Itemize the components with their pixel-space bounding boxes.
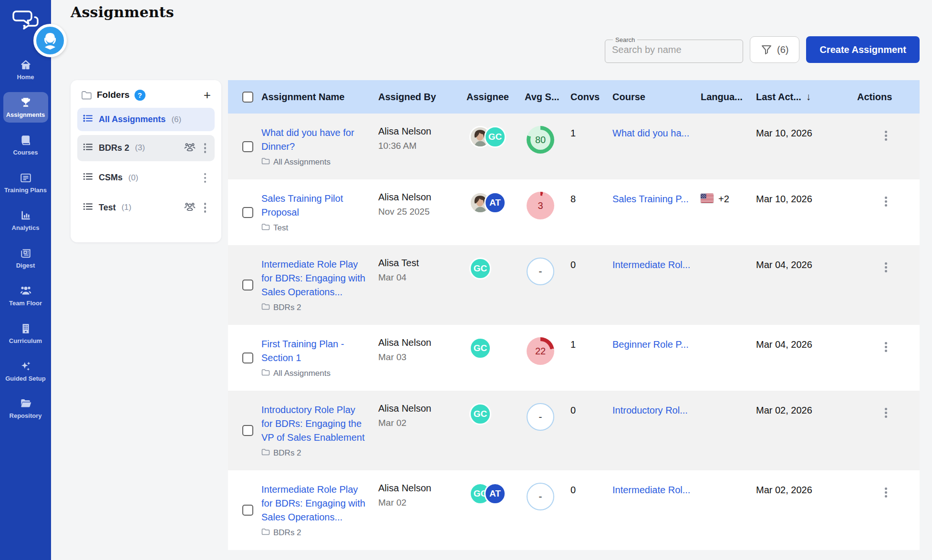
sort-desc-icon[interactable]: ↓ bbox=[806, 91, 811, 103]
assignment-name-link[interactable]: First Training Plan - Section 1 bbox=[261, 337, 365, 365]
building-icon bbox=[19, 322, 32, 335]
folder-item-csms[interactable]: CSMs(0) bbox=[77, 165, 215, 191]
avg-score-value: - bbox=[528, 259, 553, 284]
column-header-label: Assignment Name bbox=[261, 92, 345, 103]
table-body: What did you have for Dinner?All Assignm… bbox=[228, 114, 920, 550]
folder-item-test[interactable]: Test(1) bbox=[77, 195, 215, 221]
assistant-avatar-button[interactable] bbox=[33, 24, 67, 57]
column-header-actions[interactable]: Actions bbox=[857, 92, 920, 103]
assignee-initials-avatar[interactable]: GC bbox=[469, 258, 491, 280]
assignee-initials-avatar[interactable]: GC bbox=[469, 337, 491, 359]
assigned-date: Nov 25 2025 bbox=[378, 207, 462, 217]
assignment-name-link[interactable]: Intermediate Role Play for BDRs: Engagin… bbox=[261, 483, 365, 524]
folder-menu-kebab-icon[interactable] bbox=[201, 171, 209, 185]
open-folder-icon bbox=[19, 397, 32, 410]
actions-cell bbox=[857, 403, 920, 420]
app-logo-chat-bubbles-icon[interactable] bbox=[12, 9, 39, 31]
column-header-assigned-by[interactable]: Assigned By bbox=[378, 92, 466, 103]
sidebar-item-curriculum[interactable]: Curriculum bbox=[3, 318, 48, 349]
filter-button[interactable]: (6) bbox=[750, 36, 799, 63]
course-link[interactable]: Intermediate Rol... bbox=[612, 483, 690, 496]
row-actions-kebab-icon[interactable] bbox=[882, 129, 890, 143]
course-cell: Intermediate Rol... bbox=[612, 483, 701, 496]
course-cell: Intermediate Rol... bbox=[612, 258, 701, 270]
sidebar-item-analytics[interactable]: Analytics bbox=[3, 205, 48, 236]
folder-menu-kebab-icon[interactable] bbox=[201, 201, 209, 215]
avg-score-value: - bbox=[528, 404, 553, 430]
assignment-folder-label: BDRs 2 bbox=[273, 448, 301, 458]
assigned-by-name: Alisa Nelson bbox=[378, 192, 462, 203]
assignment-name-link[interactable]: Introductory Role Play for BDRs: Engagin… bbox=[261, 403, 365, 445]
last-activity-cell: Mar 04, 2026 bbox=[756, 258, 857, 270]
sidebar-item-repository[interactable]: Repository bbox=[3, 393, 48, 424]
sidebar-item-courses[interactable]: Courses bbox=[3, 130, 48, 160]
sidebar-item-team-floor[interactable]: Team Floor bbox=[3, 280, 48, 311]
folder-item-bdrs-2[interactable]: BDRs 2(3) bbox=[77, 135, 215, 161]
course-cell: Beginner Role P... bbox=[612, 337, 701, 350]
course-link[interactable]: Intermediate Rol... bbox=[612, 258, 690, 270]
row-actions-kebab-icon[interactable] bbox=[882, 260, 890, 274]
create-assignment-button[interactable]: Create Assignment bbox=[806, 36, 920, 63]
column-header-label: Convs bbox=[570, 92, 600, 103]
assignment-folder-label: BDRs 2 bbox=[273, 528, 301, 538]
column-header-convs[interactable]: Convs bbox=[570, 92, 612, 103]
row-checkbox[interactable] bbox=[242, 353, 253, 363]
row-actions-kebab-icon[interactable] bbox=[882, 195, 890, 208]
folder-menu-kebab-icon[interactable] bbox=[201, 141, 209, 155]
search-input[interactable] bbox=[612, 44, 736, 55]
assignee-initials-avatar[interactable]: GC bbox=[484, 126, 506, 148]
sidebar-item-home[interactable]: Home bbox=[3, 54, 48, 85]
assignment-name-link[interactable]: What did you have for Dinner? bbox=[261, 126, 365, 154]
row-actions-kebab-icon[interactable] bbox=[882, 486, 890, 499]
column-header-last-act-[interactable]: Last Act...↓ bbox=[756, 91, 857, 103]
course-link[interactable]: Sales Training P... bbox=[612, 192, 689, 205]
sidebar-item-label: Home bbox=[17, 74, 34, 81]
select-all-checkbox[interactable] bbox=[242, 92, 253, 103]
sidebar-item-assignments[interactable]: Assignments bbox=[3, 92, 48, 123]
sidebar-item-digest[interactable]: Digest bbox=[3, 243, 48, 273]
help-icon[interactable]: ? bbox=[135, 90, 145, 101]
course-link[interactable]: Introductory Rol... bbox=[612, 403, 688, 416]
column-header-label: Avg S... bbox=[525, 92, 559, 103]
assigned-by-name: Alisa Nelson bbox=[378, 337, 462, 348]
folder-item-all-assignments[interactable]: All Assignments(6) bbox=[77, 108, 215, 131]
assignee-initials-avatar[interactable]: AT bbox=[484, 192, 506, 214]
row-checkbox[interactable] bbox=[242, 207, 253, 218]
language-cell bbox=[701, 483, 756, 485]
course-link[interactable]: Beginner Role P... bbox=[612, 337, 689, 350]
sidebar-nav: HomeAssignmentsCoursesTraining PlansAnal… bbox=[0, 54, 51, 424]
column-header-course[interactable]: Course bbox=[612, 92, 701, 103]
table-row: First Training Plan - Section 1All Assig… bbox=[228, 325, 920, 391]
avg-score-cell: - bbox=[525, 258, 570, 285]
convs-cell: 8 bbox=[570, 192, 612, 205]
assignee-cell: AT bbox=[466, 192, 525, 214]
page-header: Assignments Search (6) Create Assignment bbox=[51, 0, 932, 76]
column-header-label: Last Act... bbox=[756, 92, 801, 103]
assignment-folder-label: Test bbox=[273, 223, 288, 233]
course-link[interactable]: What did you ha... bbox=[612, 126, 689, 139]
add-folder-button[interactable]: + bbox=[204, 89, 211, 101]
row-checkbox[interactable] bbox=[242, 505, 253, 516]
row-checkbox[interactable] bbox=[242, 425, 253, 436]
assignee-initials-avatar[interactable]: AT bbox=[484, 483, 506, 505]
row-actions-kebab-icon[interactable] bbox=[882, 406, 890, 420]
assignment-name-link[interactable]: Intermediate Role Play for BDRs: Engagin… bbox=[261, 258, 365, 299]
row-actions-kebab-icon[interactable] bbox=[882, 340, 890, 354]
sidebar-item-training-plans[interactable]: Training Plans bbox=[3, 167, 48, 198]
sidebar-item-guided-setup[interactable]: Guided Setup bbox=[3, 356, 48, 386]
assignee-cell: GCAT bbox=[466, 483, 525, 505]
search-field[interactable]: Search bbox=[605, 36, 743, 63]
folder-count: (0) bbox=[128, 173, 138, 183]
row-checkbox[interactable] bbox=[242, 280, 253, 290]
assignment-name-link[interactable]: Sales Training Pilot Proposal bbox=[261, 192, 365, 219]
column-header-assignee[interactable]: Assignee bbox=[466, 92, 525, 103]
column-header-avg-s-[interactable]: Avg S... bbox=[525, 92, 570, 103]
column-header-langua-[interactable]: Langua... bbox=[701, 92, 756, 103]
column-header-assignment-name[interactable]: Assignment Name bbox=[261, 92, 378, 103]
assigned-by-name: Alisa Nelson bbox=[378, 483, 462, 494]
row-checkbox[interactable] bbox=[242, 141, 253, 152]
assignment-name-cell: Introductory Role Play for BDRs: Engagin… bbox=[261, 403, 378, 458]
assignment-name-cell: Intermediate Role Play for BDRs: Engagin… bbox=[261, 258, 378, 312]
avg-score-cell: 22 bbox=[525, 337, 570, 365]
assignee-initials-avatar[interactable]: GC bbox=[469, 403, 491, 425]
